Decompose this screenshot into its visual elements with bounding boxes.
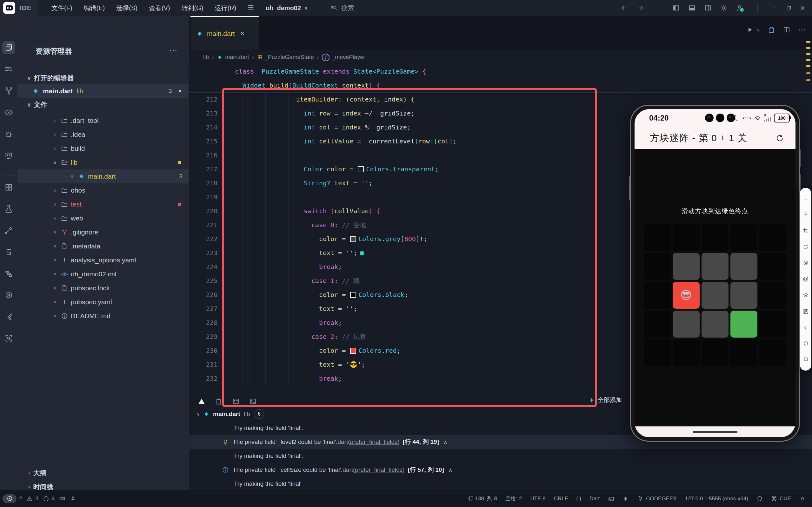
- app-logo[interactable]: IDE: [0, 0, 38, 16]
- emulator-rotate-icon[interactable]: [803, 244, 809, 250]
- panel-tab-terminal-ai-icon[interactable]: [232, 398, 240, 405]
- status-bell-icon[interactable]: [799, 496, 806, 502]
- status--138-8[interactable]: 行 138, 列 8: [468, 495, 497, 502]
- status-zap-icon[interactable]: [622, 496, 629, 502]
- menu-选择(S)[interactable]: 选择(S): [112, 2, 142, 14]
- breadcrumb[interactable]: lib›main.dart›_PuzzleGameState›f_movePla…: [203, 50, 365, 64]
- panel-tab-terminal-icon[interactable]: [249, 398, 257, 405]
- editor-action-run-icon[interactable]: [746, 26, 754, 34]
- emulator-minimize-icon[interactable]: [803, 196, 809, 202]
- breadcrumb-lib[interactable]: lib: [203, 54, 209, 61]
- status-shield-icon[interactable]: [756, 496, 763, 502]
- emulator-at-icon[interactable]: @: [803, 276, 809, 282]
- close-icon[interactable]: ×: [240, 30, 245, 37]
- close-icon[interactable]: ×: [178, 88, 182, 95]
- problem-row[interactable]: Try making the field 'final'.: [189, 449, 812, 463]
- tree-item-.gitignore[interactable]: .gitignore: [17, 225, 189, 239]
- status-codegeex[interactable]: CODEGEEX: [637, 496, 676, 502]
- status-keyboard-icon[interactable]: [59, 496, 65, 502]
- status-cue[interactable]: ⌘CUE: [771, 495, 791, 502]
- tree-item-lib[interactable]: ∨lib: [17, 156, 189, 169]
- collapse-icon[interactable]: ∧: [443, 439, 447, 445]
- activitybar-extensions-grid-icon[interactable]: [2, 181, 15, 194]
- grid-cell-wall[interactable]: [644, 339, 671, 367]
- problem-rule-link[interactable]: prefer_final_fields: [355, 466, 402, 473]
- grid-cell-wall[interactable]: [644, 224, 671, 251]
- tab-main-dart[interactable]: main.dart ×: [191, 16, 259, 50]
- menu-运行(R)[interactable]: 运行(R): [210, 2, 240, 14]
- editor-action-plugin-icon[interactable]: [767, 26, 775, 34]
- home-indicator[interactable]: [693, 431, 738, 433]
- grid-cell-floor[interactable]: [730, 253, 757, 280]
- grid-cell-floor[interactable]: [730, 282, 757, 309]
- tree-item-web[interactable]: ›web: [17, 211, 189, 225]
- menu-文件(F)[interactable]: 文件(F): [47, 2, 77, 14]
- activitybar-flutter-icon[interactable]: [2, 310, 15, 323]
- maximize-icon[interactable]: [785, 4, 792, 11]
- grid-cell-wall[interactable]: [730, 339, 757, 367]
- emulator-record-icon[interactable]: [803, 260, 809, 266]
- minimize-icon[interactable]: ─: [772, 4, 777, 11]
- grid-cell-wall[interactable]: [759, 253, 786, 280]
- status-error-circle-icon[interactable]: 2: [3, 494, 22, 503]
- section-大纲[interactable]: ›大纲: [17, 466, 189, 480]
- grid-cell-wall[interactable]: [759, 339, 786, 367]
- global-search[interactable]: 搜索: [330, 4, 354, 12]
- section-时间线[interactable]: ›时间线: [17, 480, 189, 490]
- panel-tab-warning-fill-icon[interactable]: [198, 398, 205, 405]
- more-icon[interactable]: ⋯: [798, 25, 806, 34]
- grid-cell-wall[interactable]: [759, 311, 786, 338]
- collapse-icon[interactable]: ∧: [448, 467, 452, 473]
- problem-row[interactable]: The private field _cellSize could be 'fi…: [189, 463, 812, 477]
- tree-item-ohos[interactable]: ›ohos: [17, 183, 189, 198]
- grid-cell-wall[interactable]: [702, 339, 728, 367]
- grid-cell-wall[interactable]: [644, 253, 671, 280]
- close-window-icon[interactable]: ×: [800, 4, 805, 12]
- activitybar-test-flask-icon[interactable]: [2, 203, 15, 215]
- grid-cell-wall[interactable]: [759, 282, 786, 309]
- activitybar-blocks-icon[interactable]: [2, 267, 15, 280]
- menu-编辑(E)[interactable]: 编辑(E): [79, 2, 110, 14]
- grid-cell-wall[interactable]: [644, 282, 671, 309]
- refresh-icon[interactable]: [775, 134, 784, 143]
- tree-item-.idea[interactable]: ›.idea: [17, 127, 189, 142]
- status-cast-icon[interactable]: [608, 496, 614, 502]
- grid-cell-floor[interactable]: [702, 253, 728, 280]
- problem-rule-link[interactable]: prefer_final_fields: [350, 439, 398, 445]
- tree-item-main.dart[interactable]: main.dart3: [17, 169, 189, 183]
- activitybar-scan-icon[interactable]: [2, 332, 15, 345]
- panel-tab-clipboard-icon[interactable]: [215, 398, 222, 405]
- grid-cell-floor[interactable]: [702, 311, 728, 338]
- activitybar-debug-icon[interactable]: [2, 127, 15, 140]
- tree-item-test[interactable]: ›test: [17, 198, 189, 211]
- status--2[interactable]: 空格: 2: [505, 495, 522, 502]
- menu-转到(G)[interactable]: 转到(G): [177, 2, 208, 14]
- editor-action-split-icon[interactable]: [783, 26, 791, 34]
- status-127-0-0-1-5555-ohos-x64-[interactable]: 127.0.0.1:5555 (ohos-x64): [685, 496, 748, 502]
- open-editor-main-dart[interactable]: main.dart lib 3 ×: [17, 84, 189, 98]
- activitybar-hex-plugin-icon[interactable]: [2, 289, 15, 302]
- breadcrumb-main.dart[interactable]: main.dart: [217, 54, 249, 61]
- activitybar-source-control-icon[interactable]: [2, 84, 15, 97]
- status-info-circle-icon[interactable]: 4: [43, 496, 55, 502]
- tree-item-analysis_options.yaml[interactable]: !analysis_options.yaml: [17, 253, 189, 267]
- emulator-nav-home-icon[interactable]: [803, 340, 809, 346]
- activitybar-remote-monitor-icon[interactable]: [2, 149, 15, 162]
- tree-item-README.md[interactable]: README.md: [17, 309, 189, 323]
- grid-cell-wall[interactable]: [730, 224, 757, 251]
- grid-cell-wall[interactable]: [702, 224, 728, 251]
- grid-cell-player[interactable]: 😎: [673, 282, 700, 309]
- panel-right-icon[interactable]: [704, 4, 712, 12]
- tree-item-build[interactable]: ›build: [17, 142, 189, 156]
- grid-cell-floor[interactable]: [702, 282, 728, 309]
- emulator-nav-recents-icon[interactable]: [803, 356, 809, 362]
- status--[interactable]: { }: [576, 496, 581, 502]
- panel-left-icon[interactable]: [672, 4, 680, 12]
- status-rocket-icon[interactable]: [70, 496, 76, 502]
- files-section-header[interactable]: ∨ 文件: [27, 100, 47, 109]
- activitybar-tools-icon[interactable]: [2, 224, 15, 237]
- tree-item-pubspec.lock[interactable]: pubspec.lock: [17, 281, 189, 295]
- activitybar-preview-eye-icon[interactable]: [2, 106, 15, 119]
- activitybar-explorer-icon[interactable]: [2, 41, 15, 54]
- emulator-scroll-top-icon[interactable]: [803, 212, 809, 218]
